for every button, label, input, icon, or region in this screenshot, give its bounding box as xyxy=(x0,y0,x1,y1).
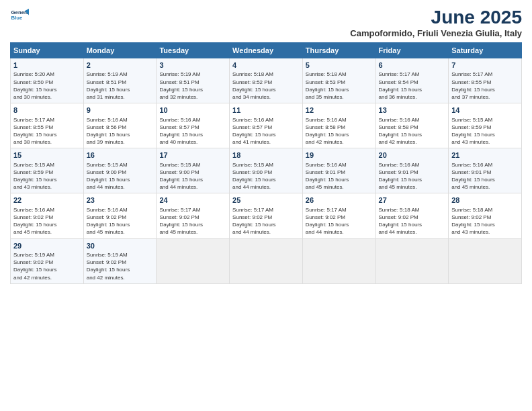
daylight2: and 40 minutes. xyxy=(159,139,197,145)
cell-w3-wed: 18Sunrise: 5:15 AMSunset: 9:00 PMDayligh… xyxy=(230,148,303,193)
daylight: Daylight: 15 hours xyxy=(87,87,130,93)
daylight: Daylight: 15 hours xyxy=(306,177,349,183)
week-row-3: 15Sunrise: 5:15 AMSunset: 8:59 PMDayligh… xyxy=(11,148,522,193)
sunset: Sunset: 8:57 PM xyxy=(159,124,199,130)
cell-w4-sun: 22Sunrise: 5:16 AMSunset: 9:02 PMDayligh… xyxy=(11,193,84,238)
sunrise: Sunrise: 5:15 AM xyxy=(13,162,54,168)
sunset: Sunset: 9:02 PM xyxy=(379,214,418,220)
day-number: 11 xyxy=(232,105,300,116)
sunset: Sunset: 9:00 PM xyxy=(87,169,126,175)
day-number: 19 xyxy=(306,150,373,161)
daylight: Daylight: 15 hours xyxy=(159,222,202,228)
cell-w2-tue: 10Sunrise: 5:16 AMSunset: 8:57 PMDayligh… xyxy=(157,103,230,148)
sunrise: Sunrise: 5:19 AM xyxy=(87,252,128,258)
sunrise: Sunrise: 5:19 AM xyxy=(13,252,54,258)
day-number: 16 xyxy=(87,150,154,161)
sunrise: Sunrise: 5:16 AM xyxy=(13,207,54,213)
sunset: Sunset: 9:01 PM xyxy=(451,169,491,175)
sunrise: Sunrise: 5:15 AM xyxy=(87,162,128,168)
cell-w3-sun: 15Sunrise: 5:15 AMSunset: 8:59 PMDayligh… xyxy=(11,148,84,193)
sunset: Sunset: 8:59 PM xyxy=(451,124,491,130)
cell-w4-thu: 26Sunrise: 5:17 AMSunset: 9:02 PMDayligh… xyxy=(302,193,375,238)
daylight2: and 43 minutes. xyxy=(451,139,490,145)
cell-w4-tue: 24Sunrise: 5:17 AMSunset: 9:02 PMDayligh… xyxy=(157,193,230,238)
sunset: Sunset: 9:02 PM xyxy=(451,214,491,220)
cell-w1-sat: 7Sunrise: 5:17 AMSunset: 8:55 PMDaylight… xyxy=(449,58,522,103)
cell-w1-thu: 5Sunrise: 5:18 AMSunset: 8:53 PMDaylight… xyxy=(302,58,375,103)
cell-w1-wed: 4Sunrise: 5:18 AMSunset: 8:52 PMDaylight… xyxy=(230,58,303,103)
calendar-table: Sunday Monday Tuesday Wednesday Thursday… xyxy=(10,42,522,284)
daylight2: and 36 minutes. xyxy=(379,94,417,100)
sunset: Sunset: 8:51 PM xyxy=(159,79,199,85)
day-number: 23 xyxy=(87,195,154,205)
day-number: 7 xyxy=(451,60,519,71)
day-number: 4 xyxy=(232,60,300,71)
day-number: 1 xyxy=(13,60,81,71)
daylight2: and 44 minutes. xyxy=(232,229,271,235)
cell-w1-mon: 2Sunrise: 5:19 AMSunset: 8:51 PMDaylight… xyxy=(83,58,157,103)
daylight: Daylight: 15 hours xyxy=(232,132,275,138)
daylight2: and 43 minutes. xyxy=(451,229,490,235)
sunrise: Sunrise: 5:16 AM xyxy=(306,162,347,168)
sunset: Sunset: 9:02 PM xyxy=(159,214,199,220)
col-sunday: Sunday xyxy=(11,43,84,58)
sunset: Sunset: 9:00 PM xyxy=(232,169,272,175)
sunset: Sunset: 8:50 PM xyxy=(13,79,53,85)
sunrise: Sunrise: 5:18 AM xyxy=(306,71,347,77)
sunset: Sunset: 9:02 PM xyxy=(87,214,126,220)
cell-w1-tue: 3Sunrise: 5:19 AMSunset: 8:51 PMDaylight… xyxy=(157,58,230,103)
day-number: 26 xyxy=(306,195,373,205)
sunrise: Sunrise: 5:18 AM xyxy=(232,71,273,77)
daylight2: and 43 minutes. xyxy=(13,184,52,190)
daylight2: and 45 minutes. xyxy=(306,184,344,190)
daylight2: and 42 minutes. xyxy=(306,139,344,145)
col-tuesday: Tuesday xyxy=(157,43,230,58)
daylight: Daylight: 15 hours xyxy=(232,87,275,93)
sunset: Sunset: 9:02 PM xyxy=(13,214,53,220)
cell-w3-fri: 20Sunrise: 5:16 AMSunset: 9:01 PMDayligh… xyxy=(375,148,449,193)
col-friday: Friday xyxy=(375,43,449,58)
daylight2: and 42 minutes. xyxy=(87,275,125,281)
sunrise: Sunrise: 5:15 AM xyxy=(159,162,200,168)
cell-w5-sat xyxy=(449,238,522,283)
cell-w5-mon: 30Sunrise: 5:19 AMSunset: 9:02 PMDayligh… xyxy=(83,238,157,283)
daylight: Daylight: 15 hours xyxy=(159,132,202,138)
day-number: 12 xyxy=(306,105,373,116)
daylight: Daylight: 15 hours xyxy=(13,222,56,228)
logo: General Blue xyxy=(10,7,29,26)
daylight: Daylight: 15 hours xyxy=(451,87,494,93)
sunrise: Sunrise: 5:17 AM xyxy=(379,71,420,77)
cell-w4-wed: 25Sunrise: 5:17 AMSunset: 9:02 PMDayligh… xyxy=(230,193,303,238)
day-number: 30 xyxy=(87,241,154,251)
daylight2: and 30 minutes. xyxy=(13,94,52,100)
daylight: Daylight: 15 hours xyxy=(87,177,130,183)
daylight: Daylight: 15 hours xyxy=(87,222,130,228)
sunset: Sunset: 9:02 PM xyxy=(232,214,272,220)
cell-w5-tue xyxy=(157,238,230,283)
day-number: 22 xyxy=(13,195,81,205)
day-number: 29 xyxy=(13,241,81,251)
title-section: June 2025 Campoformido, Friuli Venezia G… xyxy=(350,7,522,38)
daylight: Daylight: 15 hours xyxy=(379,177,422,183)
sunrise: Sunrise: 5:16 AM xyxy=(451,162,492,168)
col-wednesday: Wednesday xyxy=(230,43,303,58)
day-number: 10 xyxy=(159,105,226,116)
sunset: Sunset: 8:55 PM xyxy=(451,79,491,85)
daylight: Daylight: 15 hours xyxy=(232,222,275,228)
daylight: Daylight: 15 hours xyxy=(87,267,130,273)
day-number: 20 xyxy=(379,150,446,161)
cell-w5-thu xyxy=(302,238,375,283)
daylight2: and 41 minutes. xyxy=(232,139,271,145)
sunrise: Sunrise: 5:16 AM xyxy=(306,117,347,123)
daylight2: and 44 minutes. xyxy=(306,229,344,235)
day-number: 8 xyxy=(13,105,81,116)
daylight2: and 44 minutes. xyxy=(87,184,125,190)
daylight: Daylight: 15 hours xyxy=(13,267,56,273)
svg-text:Blue: Blue xyxy=(11,15,24,21)
sunrise: Sunrise: 5:15 AM xyxy=(232,162,273,168)
sunset: Sunset: 9:02 PM xyxy=(306,214,345,220)
sunset: Sunset: 8:52 PM xyxy=(232,79,272,85)
cell-w4-mon: 23Sunrise: 5:16 AMSunset: 9:02 PMDayligh… xyxy=(83,193,157,238)
cell-w2-mon: 9Sunrise: 5:16 AMSunset: 8:56 PMDaylight… xyxy=(83,103,157,148)
sunrise: Sunrise: 5:19 AM xyxy=(159,71,200,77)
